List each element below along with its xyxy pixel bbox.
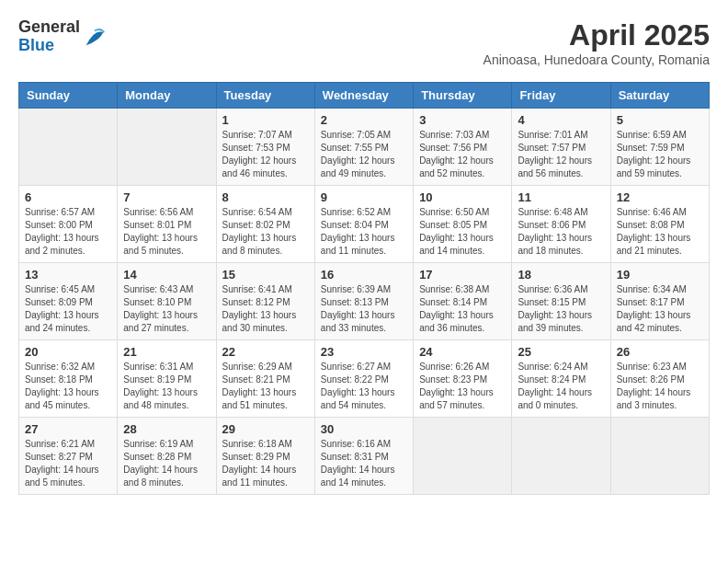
day-info: Sunrise: 6:54 AMSunset: 8:02 PMDaylight:… — [222, 206, 309, 258]
day-number: 15 — [222, 268, 309, 282]
day-number: 1 — [222, 113, 309, 127]
calendar-cell — [512, 418, 610, 495]
day-number: 26 — [617, 345, 703, 359]
calendar-cell: 21Sunrise: 6:31 AMSunset: 8:19 PMDayligh… — [118, 340, 216, 418]
calendar-cell: 23Sunrise: 6:27 AMSunset: 8:22 PMDayligh… — [314, 340, 413, 418]
calendar-cell: 30Sunrise: 6:16 AMSunset: 8:31 PMDayligh… — [314, 418, 413, 495]
day-number: 19 — [617, 268, 703, 282]
day-number: 7 — [123, 190, 210, 204]
day-info: Sunrise: 6:23 AMSunset: 8:26 PMDaylight:… — [617, 361, 703, 412]
calendar-week-row: 13Sunrise: 6:45 AMSunset: 8:09 PMDayligh… — [19, 263, 710, 340]
calendar-cell: 18Sunrise: 6:36 AMSunset: 8:15 PMDayligh… — [512, 263, 610, 340]
calendar-week-row: 27Sunrise: 6:21 AMSunset: 8:27 PMDayligh… — [19, 418, 710, 495]
calendar-cell — [19, 109, 118, 186]
calendar-week-row: 1Sunrise: 7:07 AMSunset: 7:53 PMDaylight… — [19, 109, 710, 186]
day-number: 11 — [518, 190, 604, 204]
calendar-cell: 11Sunrise: 6:48 AMSunset: 8:06 PMDayligh… — [512, 186, 610, 263]
day-info: Sunrise: 6:56 AMSunset: 8:01 PMDaylight:… — [123, 206, 210, 258]
day-info: Sunrise: 6:19 AMSunset: 8:28 PMDaylight:… — [123, 438, 210, 489]
day-number: 12 — [617, 190, 703, 204]
calendar-table: SundayMondayTuesdayWednesdayThursdayFrid… — [18, 82, 710, 495]
day-info: Sunrise: 6:26 AMSunset: 8:23 PMDaylight:… — [419, 361, 506, 412]
logo-icon — [82, 24, 108, 50]
day-info: Sunrise: 6:59 AMSunset: 7:59 PMDaylight:… — [617, 129, 703, 180]
calendar-cell: 15Sunrise: 6:41 AMSunset: 8:12 PMDayligh… — [216, 263, 314, 340]
day-number: 21 — [123, 345, 210, 359]
calendar-cell: 3Sunrise: 7:03 AMSunset: 7:56 PMDaylight… — [414, 109, 512, 186]
day-number: 9 — [321, 190, 407, 204]
day-info: Sunrise: 6:24 AMSunset: 8:24 PMDaylight:… — [518, 361, 604, 412]
calendar-cell: 8Sunrise: 6:54 AMSunset: 8:02 PMDaylight… — [216, 186, 314, 263]
logo: General Blue — [18, 18, 108, 55]
logo-blue: Blue — [18, 37, 80, 55]
day-number: 23 — [321, 345, 407, 359]
weekday-header-row: SundayMondayTuesdayWednesdayThursdayFrid… — [19, 83, 710, 109]
day-info: Sunrise: 6:57 AMSunset: 8:00 PMDaylight:… — [25, 206, 111, 258]
day-number: 27 — [25, 422, 111, 436]
weekday-header: Monday — [118, 83, 216, 109]
day-number: 6 — [25, 190, 111, 204]
calendar-cell: 20Sunrise: 6:32 AMSunset: 8:18 PMDayligh… — [19, 340, 118, 418]
title-block: April 2025 Aninoasa, Hunedoara County, R… — [483, 18, 710, 67]
calendar-cell — [118, 109, 216, 186]
calendar-cell: 10Sunrise: 6:50 AMSunset: 8:05 PMDayligh… — [414, 186, 512, 263]
calendar-cell: 19Sunrise: 6:34 AMSunset: 8:17 PMDayligh… — [610, 263, 709, 340]
day-number: 18 — [518, 268, 604, 282]
weekday-header: Tuesday — [216, 83, 314, 109]
calendar-cell: 24Sunrise: 6:26 AMSunset: 8:23 PMDayligh… — [414, 340, 512, 418]
calendar-week-row: 20Sunrise: 6:32 AMSunset: 8:18 PMDayligh… — [19, 340, 710, 418]
day-info: Sunrise: 6:18 AMSunset: 8:29 PMDaylight:… — [222, 438, 309, 489]
logo-general: General — [18, 18, 80, 37]
calendar-cell: 12Sunrise: 6:46 AMSunset: 8:08 PMDayligh… — [610, 186, 709, 263]
month-title: April 2025 — [483, 18, 710, 52]
day-number: 2 — [321, 113, 407, 127]
weekday-header: Wednesday — [314, 83, 413, 109]
calendar-cell: 6Sunrise: 6:57 AMSunset: 8:00 PMDaylight… — [19, 186, 118, 263]
day-number: 3 — [419, 113, 506, 127]
day-info: Sunrise: 7:07 AMSunset: 7:53 PMDaylight:… — [222, 129, 309, 180]
day-number: 24 — [419, 345, 506, 359]
day-info: Sunrise: 6:50 AMSunset: 8:05 PMDaylight:… — [419, 206, 506, 258]
calendar-cell: 2Sunrise: 7:05 AMSunset: 7:55 PMDaylight… — [314, 109, 413, 186]
day-info: Sunrise: 7:05 AMSunset: 7:55 PMDaylight:… — [321, 129, 407, 180]
day-info: Sunrise: 6:27 AMSunset: 8:22 PMDaylight:… — [321, 361, 407, 412]
calendar-cell: 29Sunrise: 6:18 AMSunset: 8:29 PMDayligh… — [216, 418, 314, 495]
day-number: 5 — [617, 113, 703, 127]
calendar-cell: 27Sunrise: 6:21 AMSunset: 8:27 PMDayligh… — [19, 418, 118, 495]
calendar-cell: 9Sunrise: 6:52 AMSunset: 8:04 PMDaylight… — [314, 186, 413, 263]
calendar-week-row: 6Sunrise: 6:57 AMSunset: 8:00 PMDaylight… — [19, 186, 710, 263]
day-number: 16 — [321, 268, 407, 282]
day-info: Sunrise: 6:45 AMSunset: 8:09 PMDaylight:… — [25, 283, 111, 335]
calendar-cell: 26Sunrise: 6:23 AMSunset: 8:26 PMDayligh… — [610, 340, 709, 418]
day-info: Sunrise: 6:36 AMSunset: 8:15 PMDaylight:… — [518, 283, 604, 335]
calendar-cell — [414, 418, 512, 495]
day-number: 17 — [419, 268, 506, 282]
day-number: 29 — [222, 422, 309, 436]
day-number: 22 — [222, 345, 309, 359]
day-info: Sunrise: 6:48 AMSunset: 8:06 PMDaylight:… — [518, 206, 604, 258]
day-info: Sunrise: 6:31 AMSunset: 8:19 PMDaylight:… — [123, 361, 210, 412]
day-info: Sunrise: 6:43 AMSunset: 8:10 PMDaylight:… — [123, 283, 210, 335]
day-info: Sunrise: 6:29 AMSunset: 8:21 PMDaylight:… — [222, 361, 309, 412]
day-info: Sunrise: 6:38 AMSunset: 8:14 PMDaylight:… — [419, 283, 506, 335]
calendar-cell: 4Sunrise: 7:01 AMSunset: 7:57 PMDaylight… — [512, 109, 610, 186]
calendar-cell: 13Sunrise: 6:45 AMSunset: 8:09 PMDayligh… — [19, 263, 118, 340]
calendar-cell: 5Sunrise: 6:59 AMSunset: 7:59 PMDaylight… — [610, 109, 709, 186]
weekday-header: Friday — [512, 83, 610, 109]
calendar-cell — [610, 418, 709, 495]
day-info: Sunrise: 6:34 AMSunset: 8:17 PMDaylight:… — [617, 283, 703, 335]
day-number: 28 — [123, 422, 210, 436]
weekday-header: Thursday — [414, 83, 512, 109]
day-info: Sunrise: 6:41 AMSunset: 8:12 PMDaylight:… — [222, 283, 309, 335]
day-number: 4 — [518, 113, 604, 127]
weekday-header: Sunday — [19, 83, 118, 109]
day-number: 13 — [25, 268, 111, 282]
location-subtitle: Aninoasa, Hunedoara County, Romania — [483, 52, 710, 67]
weekday-header: Saturday — [610, 83, 709, 109]
calendar-cell: 14Sunrise: 6:43 AMSunset: 8:10 PMDayligh… — [118, 263, 216, 340]
day-number: 14 — [123, 268, 210, 282]
day-info: Sunrise: 6:39 AMSunset: 8:13 PMDaylight:… — [321, 283, 407, 335]
day-info: Sunrise: 6:32 AMSunset: 8:18 PMDaylight:… — [25, 361, 111, 412]
calendar-cell: 16Sunrise: 6:39 AMSunset: 8:13 PMDayligh… — [314, 263, 413, 340]
day-number: 8 — [222, 190, 309, 204]
